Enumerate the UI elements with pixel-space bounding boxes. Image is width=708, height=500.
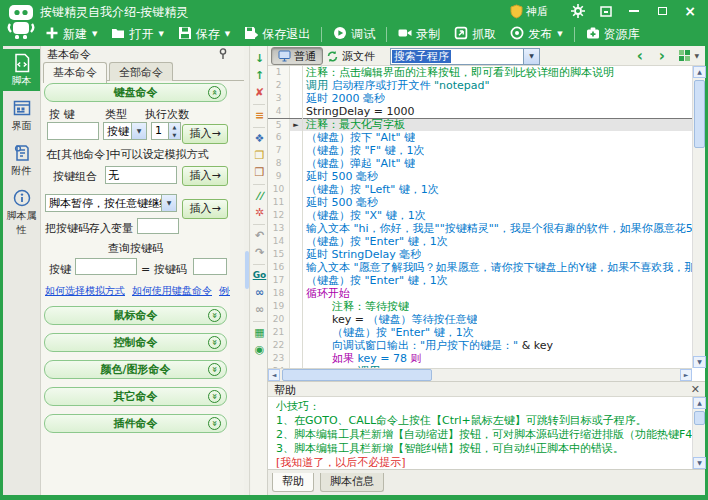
search-subroutine-combo[interactable]: 搜索子程序 ▼ (390, 48, 540, 65)
insert-sub-icon[interactable]: ❖ (251, 130, 268, 147)
prev-subroutine-icon[interactable]: ‹ (637, 47, 643, 65)
help-link-1[interactable]: 如何使用键盘命令 (132, 284, 212, 298)
query-code-input[interactable] (193, 258, 227, 275)
minimize-to-tray-icon[interactable] (594, 2, 618, 20)
code-line-15[interactable]: 15延时 StringDelay 毫秒 (268, 248, 705, 261)
export-image-icon[interactable]: ▦ (251, 324, 268, 341)
undo-icon[interactable]: ↶ (251, 227, 268, 244)
key-input[interactable] (47, 122, 99, 140)
code-line-5[interactable]: 5►注释：最大化写字板 (268, 118, 705, 131)
section-0[interactable]: 鼠标命令» (44, 306, 227, 325)
auto-indent-icon[interactable]: ≡ (251, 107, 268, 124)
code-line-12[interactable]: 12（键盘）按 "X" 键，1次 (268, 209, 705, 222)
code-line-20[interactable]: 20key = （键盘）等待按任意键 (268, 313, 705, 326)
goto-icon[interactable]: Go (251, 267, 268, 284)
close-help-icon[interactable]: ✕ (691, 383, 700, 396)
help-link-0[interactable]: 如何选择模拟方式 (45, 284, 125, 298)
collapse-section-icon[interactable]: « (208, 86, 221, 99)
code-line-7[interactable]: 7（键盘）按 "F" 键，1次 (268, 144, 705, 157)
code-line-19[interactable]: 19注释：等待按键 (268, 300, 705, 313)
find-icon[interactable]: ∞ (251, 284, 268, 301)
query-key-input[interactable] (75, 258, 137, 275)
paste-icon[interactable]: ❒ (251, 164, 268, 181)
footer-tab-0[interactable]: 帮助 (272, 473, 314, 492)
help-vscrollbar[interactable]: ▲ ▼ (692, 397, 705, 469)
code-line-1[interactable]: 1注释：点击编辑界面的注释按钮，即可看到比较详细的脚本说明 (268, 66, 705, 79)
library-button[interactable]: 资源库 (579, 23, 647, 45)
sidebar-item-properties[interactable]: 脚本属性 (3, 184, 40, 240)
delete-line-icon[interactable]: ✘ (251, 84, 268, 101)
code-line-8[interactable]: 8（键盘）弹起 "Alt" 键 (268, 157, 705, 170)
splitter-handle[interactable] (245, 251, 249, 289)
help-link-2[interactable]: 例子 (219, 284, 230, 298)
section-4[interactable]: 插件命令» (44, 414, 227, 433)
search-input[interactable]: 搜索子程序 (392, 50, 451, 63)
type-select[interactable]: 按键▼ (103, 122, 147, 140)
next-subroutine-icon[interactable]: › (659, 47, 665, 65)
scroll-up-icon[interactable]: ▲ (693, 397, 706, 409)
code-editor[interactable]: 1注释：点击编辑界面的注释按钮，即可看到比较详细的脚本说明2调用 启动程序或打开… (268, 66, 705, 368)
save-exit-button[interactable]: 保存退出 (237, 23, 317, 45)
redo-icon[interactable]: ↷ (251, 244, 268, 261)
panel-tab-0[interactable]: 基本命令 (43, 62, 107, 83)
new-button[interactable]: 新建▼ (38, 23, 104, 45)
store-var-input[interactable] (137, 218, 179, 234)
code-line-3[interactable]: 3延时 2000 毫秒 (268, 92, 705, 105)
section-keyboard-commands[interactable]: 键盘命令 « (44, 83, 227, 102)
chevron-down-icon[interactable]: ▼ (523, 49, 539, 64)
close-icon[interactable]: × (678, 2, 702, 20)
open-button[interactable]: 打开▼ (104, 23, 170, 45)
title-bar[interactable]: 按键精灵自我介绍-按键精灵 神盾 × (0, 0, 708, 22)
move-up-icon[interactable]: ↑ (251, 67, 268, 84)
code-line-22[interactable]: 22向调试窗口输出："用户按下的键是：" & key (268, 339, 705, 352)
pin-icon[interactable] (218, 48, 228, 59)
capture-button[interactable]: 抓取 (447, 23, 503, 45)
code-line-18[interactable]: 18循环开始 (268, 287, 705, 300)
uncomment-icon[interactable]: ✲ (251, 204, 268, 221)
code-line-10[interactable]: 10（键盘）按 "Left" 键，1次 (268, 183, 705, 196)
comment-icon[interactable]: // (251, 187, 268, 204)
shield-button[interactable]: 神盾 (510, 4, 548, 19)
insert-combo-button[interactable]: 插入→ (182, 166, 228, 186)
sidebar-item-ui[interactable]: 界面 (3, 94, 40, 136)
editor-hscrollbar[interactable]: ◄ ► (268, 368, 692, 381)
move-down-icon[interactable]: ↓ (251, 50, 268, 67)
combo-input[interactable] (105, 166, 177, 184)
section-2[interactable]: 颜色/图形命令» (44, 360, 227, 379)
code-line-17[interactable]: 17（键盘）按 "Enter" 键，1次 (268, 274, 705, 287)
find-next-icon[interactable]: ∞ (251, 301, 268, 318)
code-line-4[interactable]: 4StringDelay = 1000 (268, 105, 705, 118)
scroll-right-icon[interactable]: ► (680, 369, 692, 381)
settings-gear-icon[interactable] (566, 2, 590, 20)
scroll-down-icon[interactable]: ▼ (693, 356, 706, 368)
code-line-11[interactable]: 11延时 500 毫秒 (268, 196, 705, 209)
expand-section-icon[interactable]: » (208, 363, 221, 376)
code-line-16[interactable]: 16输入文本 "愿意了解我吗？如果愿意，请你按下键盘上的Y键，如果不喜欢我，那就… (268, 261, 705, 274)
code-line-14[interactable]: 14（键盘）按 "Enter" 键，1次 (268, 235, 705, 248)
record-button[interactable]: 录制 (391, 23, 447, 45)
panel-splitter[interactable] (244, 46, 250, 495)
panel-tab-1[interactable]: 全部命令 (109, 62, 173, 82)
tab-source-view[interactable]: 源文件 (320, 47, 381, 65)
scroll-down-icon[interactable]: ▼ (693, 457, 706, 469)
publish-button[interactable]: 发布▼ (503, 23, 569, 45)
sidebar-item-script[interactable]: 脚本 (3, 49, 40, 91)
maximize-icon[interactable] (650, 2, 674, 20)
pause-mode-select[interactable]: 脚本暂停，按任意键继续▼ (45, 194, 177, 212)
code-line-13[interactable]: 13输入文本 "hi，你好，我是""按键精灵""，我是个很有趣的软件，如果你愿意… (268, 222, 705, 235)
editor-vscrollbar[interactable]: ▲ ▼ (692, 66, 705, 368)
scroll-left-icon[interactable]: ◄ (268, 369, 280, 381)
code-line-6[interactable]: 6（键盘）按下 "Alt" 键 (268, 131, 705, 144)
save-button[interactable]: 保存▼ (171, 23, 237, 45)
expand-section-icon[interactable]: » (208, 417, 221, 430)
section-3[interactable]: 其它命令» (44, 387, 227, 406)
code-line-23[interactable]: 23如果 key = 78 则 (268, 352, 705, 365)
layout-grid-icon[interactable]: ▼ (678, 49, 699, 62)
count-stepper[interactable]: 1 ▲▼ (151, 122, 181, 140)
scroll-up-icon[interactable]: ▲ (693, 66, 706, 78)
dismiss-tips-link[interactable]: [我知道了，以后不必提示] (276, 456, 697, 469)
expand-section-icon[interactable]: » (208, 309, 221, 322)
insert-key-button[interactable]: 插入→ (182, 124, 228, 144)
minimize-icon[interactable] (622, 2, 646, 20)
copy-icon[interactable]: ❐ (251, 147, 268, 164)
